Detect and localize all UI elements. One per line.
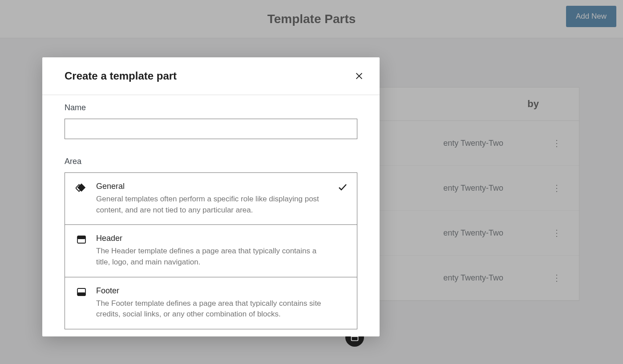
svg-rect-7 xyxy=(77,236,85,239)
modal-title: Create a template part xyxy=(65,70,177,82)
area-text: Header The Header template defines a pag… xyxy=(96,234,347,268)
modal-header: Create a template part xyxy=(42,57,380,95)
area-description: The Header template defines a page area … xyxy=(96,246,329,268)
name-input[interactable] xyxy=(65,119,357,139)
area-option-header[interactable]: Header The Header template defines a pag… xyxy=(65,225,357,277)
footer-icon xyxy=(75,286,88,298)
modal-body: Name Area General General templates ofte… xyxy=(42,95,380,336)
layers-icon xyxy=(75,182,88,193)
header-icon xyxy=(75,234,88,245)
area-name: General xyxy=(96,182,329,191)
area-name: Header xyxy=(96,234,329,243)
area-description: General templates often perform a specif… xyxy=(96,194,329,216)
close-icon xyxy=(354,71,364,81)
area-name: Footer xyxy=(96,286,329,296)
close-button[interactable] xyxy=(351,68,367,84)
name-label: Name xyxy=(65,103,357,112)
area-list: General General templates often perform … xyxy=(65,172,357,329)
area-label: Area xyxy=(65,157,357,166)
create-template-part-modal: Create a template part Name Area General xyxy=(42,57,380,336)
area-text: General General templates often perform … xyxy=(96,182,347,216)
check-icon xyxy=(337,182,348,192)
area-text: Footer The Footer template defines a pag… xyxy=(96,286,347,320)
area-option-footer[interactable]: Footer The Footer template defines a pag… xyxy=(65,277,357,329)
area-description: The Footer template defines a page area … xyxy=(96,298,329,320)
svg-rect-9 xyxy=(77,292,85,296)
area-option-general[interactable]: General General templates often perform … xyxy=(65,173,357,225)
